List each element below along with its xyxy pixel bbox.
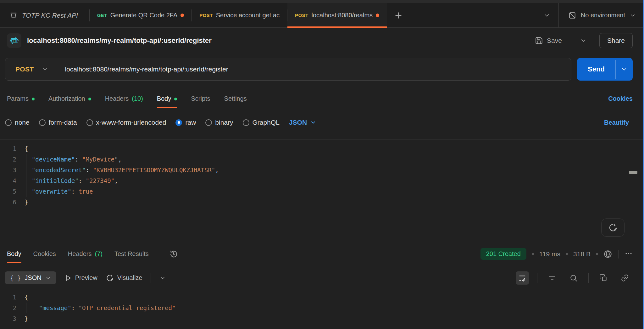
save-options-dropdown[interactable] (580, 37, 587, 44)
no-environment-icon (568, 11, 576, 20)
code-line: 3 "encodedSecret": "KVBHU32EPFETISDOMYZW… (0, 165, 644, 175)
radio-icon (205, 119, 212, 126)
indent-guide (26, 154, 26, 197)
chevron-down-icon (543, 12, 550, 19)
response-tab-cookies[interactable]: Cookies (33, 240, 56, 268)
has-values-dot (174, 98, 177, 100)
view-options-dropdown[interactable] (159, 275, 166, 281)
tab-title: Service account get ac (216, 12, 280, 19)
response-tab-headers[interactable]: Headers (7) (68, 240, 103, 268)
radio-label: none (15, 119, 30, 126)
tab-scripts[interactable]: Scripts (191, 85, 210, 112)
share-button[interactable]: Share (599, 33, 633, 48)
share-response-link-button[interactable] (618, 271, 631, 285)
tab-title: Generate QR Code 2FA (110, 12, 177, 19)
save-button[interactable]: Save (535, 37, 562, 45)
method-dropdown[interactable]: POST (5, 65, 57, 73)
play-icon (64, 274, 72, 282)
cookies-link[interactable]: Cookies (608, 95, 633, 102)
body-type-raw-selected[interactable]: raw (175, 119, 196, 126)
beautify-link[interactable]: Beautify (604, 119, 629, 126)
tab-params[interactable]: Params (7, 85, 35, 112)
indent-guide (26, 303, 26, 313)
environment-selector[interactable]: No environment (559, 3, 644, 27)
url-row: POST Send (0, 54, 644, 85)
unsaved-changes-dot (180, 14, 184, 17)
tab-authorization[interactable]: Authorization (48, 85, 91, 112)
dot-separator (566, 253, 568, 255)
code-line: 3} (0, 313, 644, 324)
search-response-button[interactable] (567, 271, 580, 285)
new-tab-button[interactable] (387, 3, 410, 27)
tab-body-active[interactable]: Body (157, 85, 177, 112)
method-label: POST (199, 13, 213, 18)
response-header: Body Cookies Headers (7) Test Results 20… (0, 240, 644, 268)
has-values-dot (32, 98, 35, 100)
response-tab-body-active[interactable]: Body (7, 240, 21, 268)
filter-button[interactable] (546, 271, 559, 285)
code-line: 4 "initialCode": "227349", (0, 175, 644, 186)
divider (537, 273, 537, 283)
response-time[interactable]: 119 ms (539, 250, 560, 258)
body-type-form-data[interactable]: form-data (39, 119, 77, 126)
visualize-button[interactable]: Visualize (106, 274, 142, 282)
status-badge[interactable]: 201 Created (480, 248, 526, 260)
request-body-editor[interactable]: 1{2 "deviceName": "MyDevice",3 "encodedS… (0, 139, 644, 240)
response-meta: 201 Created 119 ms 318 B (178, 240, 633, 268)
radio-label: form-data (49, 119, 77, 126)
code-line: 6} (0, 197, 644, 207)
send-options-dropdown[interactable] (616, 58, 633, 81)
braces-icon: { } (10, 275, 21, 281)
window-focus-edge (643, 0, 644, 329)
environment-label: No environment (581, 12, 625, 19)
sparkle-ai-icon (106, 274, 114, 282)
raw-language-dropdown[interactable]: JSON (289, 119, 316, 126)
wrap-lines-button[interactable] (516, 271, 529, 285)
tab-settings[interactable]: Settings (224, 85, 247, 112)
postman-window: TOTP KC Rest API GET Generate QR Code 2F… (0, 0, 644, 329)
tab-list-dropdown[interactable] (535, 3, 558, 27)
tab-headers[interactable]: Headers (10) (105, 85, 143, 112)
tab-label: Cookies (33, 250, 56, 258)
network-info-button[interactable] (603, 250, 612, 258)
plus-icon (394, 11, 402, 20)
preview-button[interactable]: Preview (64, 274, 97, 282)
code-line: 1{ (0, 143, 644, 154)
tab-register-request-active[interactable]: POST localhost:8080/realms (287, 3, 387, 27)
postbot-button[interactable] (601, 218, 625, 237)
editor-scrollbar-thumb[interactable] (629, 171, 637, 174)
language-label: JSON (289, 119, 307, 126)
response-body-editor[interactable]: 1{2 "message": "OTP credential registere… (0, 288, 644, 329)
workspace-tabbar: TOTP KC Rest API GET Generate QR Code 2F… (0, 3, 644, 28)
code-line: 2 "message": "OTP credential registered" (0, 303, 644, 313)
body-type-graphql[interactable]: GraphQL (243, 119, 280, 126)
body-type-binary[interactable]: binary (205, 119, 233, 126)
send-button[interactable]: Send (577, 58, 633, 81)
response-more-options-button[interactable] (625, 249, 633, 259)
tab-service-account[interactable]: POST Service account get ac (192, 3, 287, 27)
body-type-urlencoded[interactable]: x-www-form-urlencoded (86, 119, 166, 126)
chevron-down-icon (621, 66, 628, 73)
url-input[interactable] (57, 65, 571, 73)
tab-generate-qr-code[interactable]: GET Generate QR Code 2FA (90, 3, 192, 27)
filter-lines-icon (548, 274, 556, 282)
response-history-button[interactable] (169, 240, 178, 268)
tab-label: Scripts (191, 95, 210, 102)
dot-separator (532, 253, 534, 255)
response-size[interactable]: 318 B (573, 250, 591, 258)
response-format-dropdown[interactable]: { } JSON (5, 271, 56, 284)
divider (571, 34, 571, 48)
code-line: 5 "overwrite": true (0, 186, 644, 197)
copy-response-button[interactable] (597, 271, 610, 285)
divider (618, 250, 619, 258)
collection-icon (9, 11, 18, 20)
radio-checked-icon (175, 119, 182, 126)
chevron-down-icon (45, 275, 51, 281)
response-toolbar: { } JSON Preview Visualize (0, 268, 644, 288)
chevron-down-icon (630, 12, 636, 19)
collection-breadcrumb[interactable]: TOTP KC Rest API (0, 3, 89, 27)
svg-text:HTTP: HTTP (10, 39, 19, 43)
response-tab-test-results[interactable]: Test Results (114, 240, 149, 268)
url-bar: POST (5, 58, 571, 81)
body-type-none[interactable]: none (5, 119, 30, 126)
